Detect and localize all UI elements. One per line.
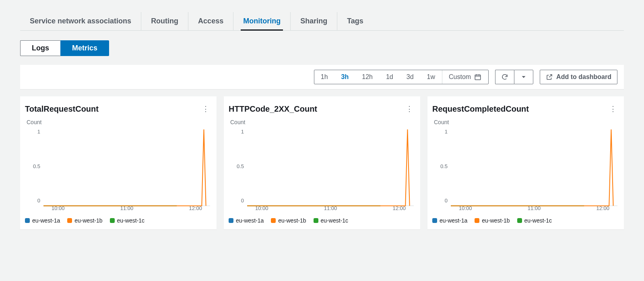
chart-svg — [247, 129, 414, 206]
chart-xaxis: 10:00 11:00 12:00 — [451, 205, 617, 213]
refresh-options-button[interactable] — [514, 70, 533, 84]
legend-item[interactable]: eu-west-1c — [314, 217, 348, 224]
legend-item[interactable]: eu-west-1b — [271, 217, 306, 224]
add-to-dashboard-button[interactable]: Add to dashboard — [540, 70, 617, 84]
range-custom[interactable]: Custom — [442, 70, 488, 84]
range-12h[interactable]: 12h — [355, 70, 380, 84]
swatch-icon — [110, 218, 115, 223]
chart-legend: eu-west-1a eu-west-1b eu-west-1c — [229, 217, 415, 224]
chart-title: HTTPCode_2XX_Count — [229, 104, 317, 114]
tab-monitoring[interactable]: Monitoring — [233, 12, 291, 30]
legend-item[interactable]: eu-west-1c — [110, 217, 144, 224]
range-1w[interactable]: 1w — [421, 70, 442, 84]
external-icon — [546, 73, 553, 81]
legend-item[interactable]: eu-west-1a — [25, 217, 60, 224]
chart-plot: 1 0.5 0 10:00 11:00 12:00 — [25, 129, 212, 213]
range-1d[interactable]: 1d — [380, 70, 400, 84]
range-custom-label: Custom — [449, 73, 471, 81]
refresh-button[interactable] — [495, 70, 514, 84]
chart-yaxis: 1 0.5 0 — [432, 129, 451, 204]
chart-menu-button[interactable]: ⋮ — [607, 103, 619, 115]
chart-ylabel: Count — [27, 119, 212, 125]
chart-ylabel: Count — [230, 119, 415, 125]
chart-plot: 1 0.5 0 10:00 11:00 12:00 — [229, 129, 415, 213]
tab-access[interactable]: Access — [188, 12, 233, 30]
charts-row: TotalRequestCount ⋮ Count 1 0.5 0 10:00 … — [20, 96, 624, 229]
chart-title: TotalRequestCount — [25, 104, 99, 114]
legend-item[interactable]: eu-west-1c — [517, 217, 552, 224]
calendar-icon — [474, 73, 481, 81]
chart-ylabel: Count — [434, 119, 619, 125]
range-1h[interactable]: 1h — [314, 70, 335, 84]
chart-xaxis: 10:00 11:00 12:00 — [43, 205, 210, 213]
chart-yaxis: 1 0.5 0 — [229, 129, 247, 204]
tab-routing[interactable]: Routing — [141, 12, 188, 30]
chart-legend: eu-west-1a eu-west-1b eu-west-1c — [432, 217, 619, 224]
chart-menu-button[interactable]: ⋮ — [403, 103, 415, 115]
metrics-toolbar: 1h 3h 12h 1d 3d 1w Custom Add to dashboa… — [20, 65, 624, 89]
chart-legend: eu-west-1a eu-west-1b eu-west-1c — [25, 217, 212, 224]
legend-item[interactable]: eu-west-1b — [475, 217, 510, 224]
svg-rect-0 — [475, 75, 481, 80]
chart-xaxis: 10:00 11:00 12:00 — [247, 205, 414, 213]
swatch-icon — [314, 218, 318, 223]
chart-menu-button[interactable]: ⋮ — [200, 103, 212, 115]
subtab-logs[interactable]: Logs — [20, 40, 60, 56]
swatch-icon — [271, 218, 276, 223]
monitoring-subtabs: Logs Metrics — [20, 40, 624, 56]
add-to-dashboard-label: Add to dashboard — [556, 73, 611, 81]
swatch-icon — [67, 218, 72, 223]
chart-plot: 1 0.5 0 10:00 11:00 12:00 — [432, 129, 619, 213]
main-tabs: Service network associations Routing Acc… — [20, 0, 624, 31]
tab-sharing[interactable]: Sharing — [291, 12, 337, 30]
tab-service-network-associations[interactable]: Service network associations — [20, 12, 141, 30]
chart-card-total-request-count: TotalRequestCount ⋮ Count 1 0.5 0 10:00 … — [20, 96, 217, 229]
range-3h[interactable]: 3h — [335, 70, 356, 84]
chart-title: RequestCompletedCount — [432, 104, 529, 114]
range-3d[interactable]: 3d — [400, 70, 421, 84]
tab-tags[interactable]: Tags — [337, 12, 373, 30]
time-range-group: 1h 3h 12h 1d 3d 1w Custom — [314, 70, 489, 84]
swatch-icon — [432, 218, 437, 223]
subtab-metrics[interactable]: Metrics — [60, 40, 109, 56]
refresh-icon — [501, 73, 508, 81]
swatch-icon — [475, 218, 479, 223]
chart-card-request-completed-count: RequestCompletedCount ⋮ Count 1 0.5 0 10… — [427, 96, 624, 229]
refresh-split-button — [495, 70, 533, 84]
legend-item[interactable]: eu-west-1a — [432, 217, 467, 224]
legend-item[interactable]: eu-west-1b — [67, 217, 102, 224]
chart-svg — [43, 129, 210, 206]
swatch-icon — [25, 218, 30, 223]
chart-yaxis: 1 0.5 0 — [25, 129, 43, 204]
swatch-icon — [229, 218, 233, 223]
swatch-icon — [517, 218, 522, 223]
legend-item[interactable]: eu-west-1a — [229, 217, 264, 224]
caret-down-icon — [520, 73, 527, 81]
chart-card-httpcode-2xx-count: HTTPCode_2XX_Count ⋮ Count 1 0.5 0 10:00… — [224, 96, 420, 229]
chart-svg — [451, 129, 617, 206]
